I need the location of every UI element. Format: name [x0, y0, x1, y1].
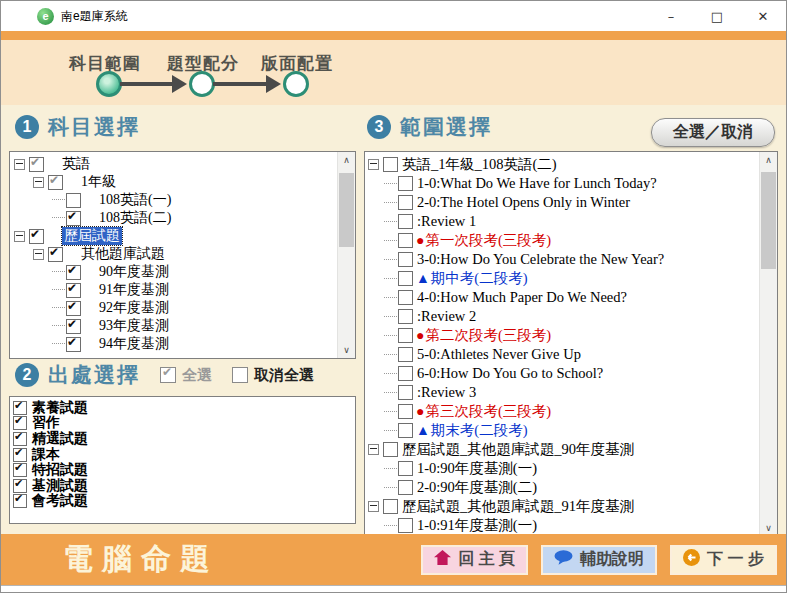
list-item[interactable]: 素養試題 [10, 400, 355, 416]
tree-checkbox[interactable] [398, 366, 413, 381]
collapse-expander-icon[interactable] [33, 177, 44, 188]
tree-item[interactable]: 1-0:What Do We Have for Lunch Today? [365, 174, 777, 193]
select-toggle-button[interactable]: 全選／取消 [651, 118, 775, 147]
tree-item[interactable]: ●第三次段考(三段考) [365, 402, 777, 421]
tree-item[interactable]: 92年度基測 [10, 299, 355, 317]
tree-item[interactable]: 108英語(一) [10, 191, 355, 209]
tree-checkbox[interactable] [66, 301, 81, 316]
tree-checkbox[interactable] [29, 229, 44, 244]
tree-checkbox[interactable] [398, 252, 413, 267]
subject-tree-scrollbar[interactable]: ∧ ∨ [337, 152, 355, 358]
deselect-all-checkbox[interactable] [232, 367, 248, 383]
collapse-expander-icon[interactable] [14, 159, 25, 170]
list-item[interactable]: 課本 [10, 447, 355, 463]
tree-item[interactable]: 1年級 [10, 173, 355, 191]
step-circle-1[interactable] [96, 71, 122, 97]
tree-checkbox[interactable] [398, 461, 413, 476]
list-checkbox[interactable] [13, 416, 27, 430]
tree-checkbox[interactable] [398, 328, 413, 343]
tree-item[interactable]: 108英語(二) [10, 209, 355, 227]
tree-checkbox[interactable] [383, 442, 398, 457]
tree-item[interactable]: 英語_1年級_108英語(二) [365, 155, 777, 174]
range-tree-scrollbar[interactable]: ∧ ∨ [759, 152, 777, 536]
tree-item[interactable]: 其他題庫試題 [10, 245, 355, 263]
collapse-expander-icon[interactable] [33, 249, 44, 260]
tree-item[interactable]: ●第一次段考(三段考) [365, 231, 777, 250]
collapse-expander-icon[interactable] [368, 444, 379, 455]
tree-checkbox[interactable] [383, 157, 398, 172]
tree-item[interactable]: 6-0:How Do You Go to School? [365, 364, 777, 383]
tree-item[interactable]: 英語 [10, 155, 355, 173]
scroll-up-icon[interactable]: ∧ [338, 152, 355, 168]
tree-item[interactable]: 4-0:How Much Paper Do We Need? [365, 288, 777, 307]
tree-item[interactable]: ▲期中考(二段考) [365, 269, 777, 288]
tree-checkbox[interactable] [398, 271, 413, 286]
tree-checkbox[interactable] [398, 290, 413, 305]
collapse-expander-icon[interactable] [368, 501, 379, 512]
tree-checkbox[interactable] [29, 157, 44, 172]
list-checkbox[interactable] [13, 448, 27, 462]
tree-item[interactable]: 90年度基測 [10, 263, 355, 281]
help-button[interactable]: 輔助說明 [541, 545, 657, 575]
tree-checkbox[interactable] [66, 319, 81, 334]
tree-item[interactable]: 5-0:Athletes Never Give Up [365, 345, 777, 364]
collapse-expander-icon[interactable] [368, 159, 379, 170]
tree-checkbox[interactable] [398, 214, 413, 229]
scroll-up-icon[interactable]: ∧ [760, 152, 777, 168]
tree-item[interactable]: ●第二次段考(三段考) [365, 326, 777, 345]
scrollbar-thumb[interactable] [339, 173, 354, 247]
tree-checkbox[interactable] [398, 423, 413, 438]
list-checkbox[interactable] [13, 401, 27, 415]
tree-checkbox[interactable] [66, 211, 81, 226]
tree-checkbox[interactable] [66, 265, 81, 280]
step-circle-2[interactable] [189, 71, 215, 97]
select-all-checkbox[interactable] [160, 367, 176, 383]
scrollbar-thumb[interactable] [761, 172, 776, 269]
tree-item[interactable]: 歷屆試題 [10, 227, 355, 245]
tree-item[interactable]: 3-0:How Do You Celebrate the New Year? [365, 250, 777, 269]
tree-item[interactable]: 歷屆試題_其他題庫試題_91年度基測 [365, 497, 777, 516]
tree-checkbox[interactable] [383, 499, 398, 514]
close-button[interactable]: ✕ [740, 1, 786, 31]
tree-checkbox[interactable] [398, 347, 413, 362]
step-circle-3[interactable] [283, 71, 309, 97]
list-checkbox[interactable] [13, 479, 27, 493]
tree-checkbox[interactable] [398, 385, 413, 400]
tree-checkbox[interactable] [66, 337, 81, 352]
tree-checkbox[interactable] [48, 175, 63, 190]
list-item[interactable]: 習作 [10, 416, 355, 432]
tree-item[interactable]: :Review 1 [365, 212, 777, 231]
collapse-expander-icon[interactable] [14, 231, 25, 242]
tree-checkbox[interactable] [66, 193, 81, 208]
tree-checkbox[interactable] [398, 480, 413, 495]
tree-item[interactable]: :Review 3 [365, 383, 777, 402]
scroll-down-icon[interactable]: ∨ [338, 342, 355, 358]
tree-checkbox[interactable] [48, 247, 63, 262]
list-item[interactable]: 特招試題 [10, 462, 355, 478]
tree-item[interactable]: 1-0:90年度基測(一) [365, 459, 777, 478]
tree-item[interactable]: 91年度基測 [10, 281, 355, 299]
tree-checkbox[interactable] [66, 283, 81, 298]
list-checkbox[interactable] [13, 463, 27, 477]
tree-item[interactable]: 2-0:The Hotel Opens Only in Winter [365, 193, 777, 212]
tree-item[interactable]: 93年度基測 [10, 317, 355, 335]
tree-checkbox[interactable] [398, 404, 413, 419]
home-button[interactable]: 回 主 頁 [421, 545, 528, 575]
tree-checkbox[interactable] [398, 195, 413, 210]
tree-item[interactable]: 歷屆試題_其他題庫試題_90年度基測 [365, 440, 777, 459]
tree-checkbox[interactable] [398, 176, 413, 191]
list-checkbox[interactable] [13, 432, 27, 446]
tree-item[interactable]: 94年度基測 [10, 335, 355, 353]
tree-item[interactable]: :Review 2 [365, 307, 777, 326]
list-checkbox[interactable] [13, 494, 27, 508]
tree-item[interactable]: 1-0:91年度基測(一) [365, 516, 777, 535]
next-step-button[interactable]: 下 一 步 [670, 545, 777, 575]
list-item[interactable]: 精選試題 [10, 431, 355, 447]
tree-checkbox[interactable] [398, 233, 413, 248]
tree-checkbox[interactable] [398, 518, 413, 533]
tree-item[interactable]: 2-0:90年度基測(二) [365, 478, 777, 497]
tree-item[interactable]: ▲期末考(二段考) [365, 421, 777, 440]
minimize-button[interactable]: – [648, 1, 694, 31]
list-item[interactable]: 會考試題 [10, 494, 355, 510]
tree-checkbox[interactable] [398, 309, 413, 324]
